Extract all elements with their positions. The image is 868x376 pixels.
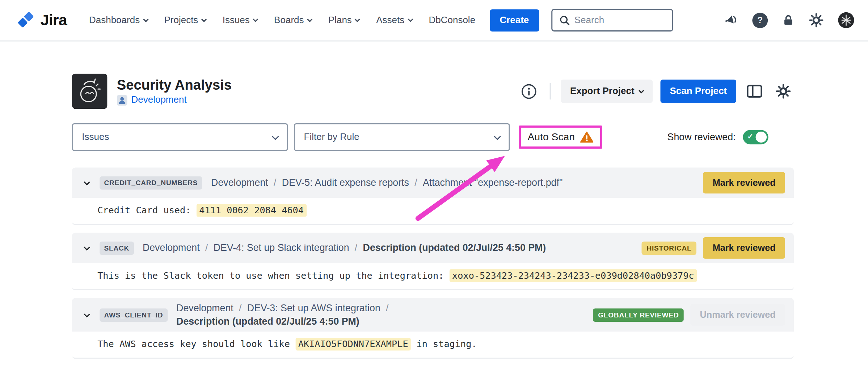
nav-dbconsole-label: DbConsole: [429, 15, 475, 26]
breadcrumb-separator: /: [274, 177, 276, 188]
chevron-down-icon: [143, 17, 148, 22]
lock-icon[interactable]: [781, 13, 795, 27]
nav-boards[interactable]: Boards: [274, 15, 312, 26]
show-reviewed-label: Show reviewed:: [667, 131, 736, 143]
help-icon[interactable]: ?: [752, 12, 768, 28]
unmark-reviewed-button[interactable]: Unmark reviewed: [691, 304, 785, 326]
main-menu: Dashboards Projects Issues Boards Plans …: [89, 15, 475, 26]
finding-type-badge: CREDIT_CARD_NUMBERS: [100, 176, 202, 189]
nav-dbconsole[interactable]: DbConsole: [429, 15, 475, 26]
finding-card: CREDIT_CARD_NUMBERS Development / DEV-5:…: [72, 167, 794, 225]
nav-assets[interactable]: Assets: [376, 15, 412, 26]
create-button[interactable]: Create: [490, 9, 539, 31]
breadcrumb-item: DEV-3: Set up AWS integration: [247, 303, 380, 314]
project-header: Security Analysis Development Export Pro…: [72, 73, 794, 109]
finding-text: in staging.: [411, 339, 477, 349]
breadcrumb-item: Development: [143, 242, 200, 254]
chevron-down-icon: [355, 17, 360, 22]
gear-icon[interactable]: [809, 13, 823, 27]
mark-reviewed-button[interactable]: Mark reviewed: [703, 237, 785, 259]
annotation-highlight-box: Auto Scan: [519, 125, 603, 149]
finding-header: SLACK Development / DEV-4: Set up Slack …: [72, 233, 794, 263]
secret-highlight: 4111 0062 2084 4604: [197, 204, 307, 217]
vertical-divider: [549, 83, 551, 99]
rule-filter-value: Filter by Rule: [304, 132, 359, 143]
check-icon: ✓: [747, 132, 754, 141]
finding-content: Credit Card used: 4111 0062 2084 4604: [72, 198, 794, 225]
finding-header: AWS_CLIENT_ID Development / DEV-3: Set u…: [72, 298, 794, 332]
header-actions: Export Project Scan Project: [519, 80, 794, 103]
user-avatar[interactable]: [838, 12, 855, 29]
announcement-icon[interactable]: [724, 13, 738, 27]
filter-bar: Issues Filter by Rule Auto Scan Sho: [72, 123, 794, 151]
export-project-button[interactable]: Export Project: [561, 80, 653, 103]
nav-assets-label: Assets: [376, 15, 404, 26]
breadcrumb-separator: /: [355, 242, 357, 254]
project-avatar: [72, 73, 108, 109]
project-meta: Security Analysis Development: [117, 77, 232, 106]
nav-projects-label: Projects: [164, 15, 198, 26]
jira-logo[interactable]: Jira: [17, 11, 67, 30]
breadcrumb-separator: /: [205, 242, 208, 254]
breadcrumb: Development / DEV-5: Audit expense repor…: [211, 177, 562, 188]
breadcrumb-item: Description (updated 02/Jul/25 4:50 PM): [176, 316, 359, 327]
breadcrumb: Development / DEV-3: Set up AWS integrat…: [176, 303, 486, 328]
nav-projects[interactable]: Projects: [164, 15, 206, 26]
finding-card: SLACK Development / DEV-4: Set up Slack …: [72, 233, 794, 290]
toggle-knob: [756, 132, 767, 143]
finding-text: Credit Card used:: [97, 205, 196, 215]
jira-logo-icon: [17, 11, 35, 30]
finding-text: The AWS access key should look like: [97, 339, 295, 349]
chevron-down-icon: [201, 17, 207, 22]
breadcrumb-separator: /: [386, 303, 388, 314]
project-breadcrumb: Development: [117, 95, 232, 106]
collapse-chevron-icon[interactable]: [81, 309, 93, 321]
findings-list: CREDIT_CARD_NUMBERS Development / DEV-5:…: [72, 167, 794, 359]
collapse-chevron-icon[interactable]: [81, 177, 93, 189]
scan-project-button[interactable]: Scan Project: [660, 80, 736, 103]
breadcrumb-item: Attachment "expense-report.pdf": [423, 177, 562, 188]
search-icon: [559, 15, 570, 26]
secret-highlight: xoxo-523423-234243-234233-e039d02840a0b9…: [449, 269, 697, 282]
warning-icon: [580, 131, 594, 143]
settings-gear-icon[interactable]: [773, 81, 794, 102]
breadcrumb-separator: /: [414, 177, 417, 188]
nav-plans-label: Plans: [328, 15, 352, 26]
search-box[interactable]: [551, 9, 673, 31]
board-layout-icon[interactable]: [744, 81, 765, 102]
project-mini-icon: [117, 95, 127, 106]
nav-plans[interactable]: Plans: [328, 15, 359, 26]
mark-reviewed-button[interactable]: Mark reviewed: [703, 172, 785, 194]
nav-issues[interactable]: Issues: [223, 15, 258, 26]
finding-content: This is the Slack token to use when sett…: [72, 263, 794, 290]
finding-type-badge: AWS_CLIENT_ID: [100, 308, 167, 322]
chevron-down-icon: [408, 17, 413, 22]
chevron-down-icon: [639, 88, 644, 93]
finding-header: CREDIT_CARD_NUMBERS Development / DEV-5:…: [72, 167, 794, 198]
breadcrumb-item: Description (updated 02/Jul/25 4:50 PM): [363, 242, 546, 254]
rule-filter-select[interactable]: Filter by Rule: [294, 123, 510, 151]
historical-badge: HISTORICAL: [642, 242, 697, 255]
finding-card: AWS_CLIENT_ID Development / DEV-3: Set u…: [72, 298, 794, 359]
page-title: Security Analysis: [117, 77, 232, 93]
breadcrumb-item: Development: [211, 177, 268, 188]
breadcrumb-separator: /: [239, 303, 241, 314]
breadcrumb-item: DEV-4: Set up Slack integration: [214, 242, 349, 254]
info-icon[interactable]: [519, 81, 540, 102]
project-link[interactable]: Development: [131, 95, 186, 106]
finding-actions: Mark reviewed: [696, 172, 785, 194]
top-nav: Jira Dashboards Projects Issues Boards P…: [0, 0, 868, 42]
chevron-down-icon: [307, 17, 312, 22]
show-reviewed-control: Show reviewed: ✓: [667, 130, 768, 144]
help-question-glyph: ?: [752, 12, 768, 28]
search-input[interactable]: [574, 15, 665, 26]
nav-issues-label: Issues: [223, 15, 250, 26]
globally-reviewed-badge: GLOBALLY REVIEWED: [593, 308, 684, 322]
auto-scan-button[interactable]: Auto Scan: [527, 131, 594, 143]
nav-dashboards[interactable]: Dashboards: [89, 15, 148, 26]
issues-select[interactable]: Issues: [72, 123, 288, 151]
secret-highlight: AKIAIO5FODNN7EXAMPLE: [295, 338, 411, 350]
show-reviewed-toggle[interactable]: ✓: [743, 130, 768, 144]
collapse-chevron-icon[interactable]: [81, 242, 93, 254]
breadcrumb: Development / DEV-4: Set up Slack integr…: [143, 242, 546, 254]
